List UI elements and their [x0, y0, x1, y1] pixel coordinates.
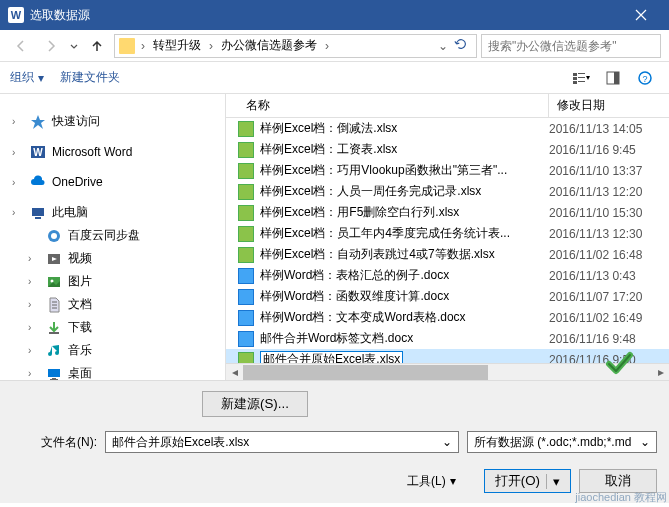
column-date-header[interactable]: 修改日期: [549, 93, 669, 118]
file-date: 2016/11/13 0:43: [549, 269, 669, 283]
file-row[interactable]: 样例Excel档：人员一周任务完成记录.xlsx2016/11/13 12:20: [226, 181, 669, 202]
file-row[interactable]: 样例Excel档：倒减法.xlsx2016/11/13 14:05: [226, 118, 669, 139]
forward-button[interactable]: [38, 34, 64, 58]
file-date: 2016/11/13 14:05: [549, 122, 669, 136]
organize-button[interactable]: 组织 ▾: [10, 69, 44, 86]
file-date: 2016/11/13 12:30: [549, 227, 669, 241]
navigation-bar: › 转型升级 › 办公微信选题参考 › ⌄: [0, 30, 669, 62]
file-rename-input[interactable]: 邮件合并原始Excel表.xlsx: [260, 351, 403, 363]
chevron-down-icon[interactable]: ⌄: [640, 435, 650, 449]
file-row[interactable]: 样例Word档：函数双维度计算.docx2016/11/07 17:20: [226, 286, 669, 307]
svg-rect-2: [573, 77, 577, 80]
filename-input[interactable]: 邮件合并原始Excel表.xlsx ⌄: [105, 431, 459, 453]
file-row[interactable]: 样例Excel档：用F5删除空白行列.xlsx2016/11/10 15:30: [226, 202, 669, 223]
file-row[interactable]: 邮件合并Word标签文档.docx2016/11/16 9:48: [226, 328, 669, 349]
file-name: 样例Excel档：倒减法.xlsx: [260, 120, 549, 137]
excel-file-icon: [238, 184, 254, 200]
main-area: ›快速访问›WMicrosoft Word›OneDrive›此电脑百度云同步盘…: [0, 94, 669, 380]
excel-file-icon: [238, 352, 254, 364]
sidebar-item-desktop[interactable]: ›桌面: [4, 362, 221, 380]
sidebar-item-cloud[interactable]: ›OneDrive: [4, 171, 221, 193]
sidebar-item-star[interactable]: ›快速访问: [4, 110, 221, 133]
back-button[interactable]: [8, 34, 34, 58]
svg-rect-13: [35, 217, 41, 219]
sidebar: ›快速访问›WMicrosoft Word›OneDrive›此电脑百度云同步盘…: [0, 94, 226, 380]
breadcrumb-item[interactable]: 转型升级: [149, 35, 205, 56]
file-date: 2016/11/16 9:48: [549, 332, 669, 346]
excel-file-icon: [238, 163, 254, 179]
close-button[interactable]: [621, 0, 661, 30]
sidebar-item-music[interactable]: ›音乐: [4, 339, 221, 362]
file-date: 2016/11/07 17:20: [549, 290, 669, 304]
sidebar-item-document[interactable]: ›文档: [4, 293, 221, 316]
word-app-icon: W: [8, 7, 24, 23]
svg-point-15: [51, 233, 57, 239]
folder-icon: [119, 38, 135, 54]
refresh-icon: [454, 37, 468, 51]
file-name: 样例Excel档：员工年内4季度完成任务统计表...: [260, 225, 549, 242]
file-row[interactable]: 样例Excel档：巧用Vlookup函数揪出"第三者"...2016/11/10…: [226, 160, 669, 181]
chevron-down-icon[interactable]: ▾: [546, 474, 560, 489]
horizontal-scrollbar[interactable]: ◂ ▸: [226, 363, 669, 380]
sidebar-item-download[interactable]: ›下载: [4, 316, 221, 339]
breadcrumb-sep-icon: ›: [139, 39, 147, 53]
window-title: 选取数据源: [30, 7, 621, 24]
refresh-button[interactable]: [450, 37, 472, 54]
toolbar: 组织 ▾ 新建文件夹 ▾ ?: [0, 62, 669, 94]
svg-rect-7: [614, 72, 619, 84]
scroll-left-icon[interactable]: ◂: [226, 364, 243, 381]
file-name: 样例Excel档：工资表.xlsx: [260, 141, 549, 158]
expand-icon: ›: [12, 207, 24, 218]
column-name-header[interactable]: 名称: [238, 93, 549, 118]
bottom-panel: 新建源(S)... 文件名(N): 邮件合并原始Excel表.xlsx ⌄ 所有…: [0, 380, 669, 503]
sidebar-item-word[interactable]: ›WMicrosoft Word: [4, 141, 221, 163]
view-mode-button[interactable]: ▾: [567, 67, 595, 89]
expand-icon: ›: [28, 368, 40, 379]
file-name: 样例Excel档：用F5删除空白行列.xlsx: [260, 204, 549, 221]
file-list[interactable]: 样例Excel档：倒减法.xlsx2016/11/13 14:05样例Excel…: [226, 118, 669, 363]
history-dropdown[interactable]: [68, 34, 80, 58]
picture-icon: [46, 274, 62, 290]
pc-icon: [30, 205, 46, 221]
sidebar-item-label: OneDrive: [52, 175, 103, 189]
file-name: 样例Excel档：巧用Vlookup函数揪出"第三者"...: [260, 162, 549, 179]
file-row[interactable]: 邮件合并原始Excel表.xlsx2016/11/16 9:50: [226, 349, 669, 363]
file-name: 样例Word档：表格汇总的例子.docx: [260, 267, 549, 284]
address-bar[interactable]: › 转型升级 › 办公微信选题参考 › ⌄: [114, 34, 477, 58]
chevron-down-icon: ▾: [450, 474, 456, 488]
breadcrumb-item[interactable]: 办公微信选题参考: [217, 35, 321, 56]
search-input[interactable]: [488, 39, 654, 53]
sidebar-item-pc[interactable]: ›此电脑: [4, 201, 221, 224]
download-icon: [46, 320, 62, 336]
help-icon: ?: [638, 71, 652, 85]
up-button[interactable]: [84, 34, 110, 58]
file-row[interactable]: 样例Word档：文本变成Word表格.docx2016/11/02 16:49: [226, 307, 669, 328]
chevron-down-icon[interactable]: ⌄: [442, 435, 452, 449]
scroll-thumb[interactable]: [243, 365, 488, 380]
tools-button[interactable]: 工具(L) ▾: [407, 473, 456, 490]
new-folder-button[interactable]: 新建文件夹: [60, 69, 120, 86]
address-dropdown-icon[interactable]: ⌄: [436, 39, 450, 53]
preview-pane-button[interactable]: [599, 67, 627, 89]
sidebar-item-picture[interactable]: ›图片: [4, 270, 221, 293]
cloud-icon: [30, 174, 46, 190]
expand-icon: ›: [28, 276, 40, 287]
filetype-select[interactable]: 所有数据源 (*.odc;*.mdb;*.md ⌄: [467, 431, 657, 453]
file-row[interactable]: 样例Excel档：工资表.xlsx2016/11/16 9:45: [226, 139, 669, 160]
sidebar-item-video[interactable]: ›视频: [4, 247, 221, 270]
sidebar-item-label: 快速访问: [52, 113, 100, 130]
svg-rect-12: [32, 208, 44, 216]
search-box[interactable]: [481, 34, 661, 58]
open-button[interactable]: 打开(O) ▾: [484, 469, 571, 493]
help-button[interactable]: ?: [631, 67, 659, 89]
word-file-icon: [238, 289, 254, 305]
file-row[interactable]: 样例Excel档：自动列表跳过4或7等数据.xlsx2016/11/02 16:…: [226, 244, 669, 265]
sidebar-item-baidu[interactable]: 百度云同步盘: [4, 224, 221, 247]
cancel-button[interactable]: 取消: [579, 469, 657, 493]
file-row[interactable]: 样例Excel档：员工年内4季度完成任务统计表...2016/11/13 12:…: [226, 223, 669, 244]
new-source-button[interactable]: 新建源(S)...: [202, 391, 308, 417]
breadcrumb-sep-icon: ›: [207, 39, 215, 53]
scroll-right-icon[interactable]: ▸: [652, 364, 669, 381]
file-row[interactable]: 样例Word档：表格汇总的例子.docx2016/11/13 0:43: [226, 265, 669, 286]
word-file-icon: [238, 331, 254, 347]
